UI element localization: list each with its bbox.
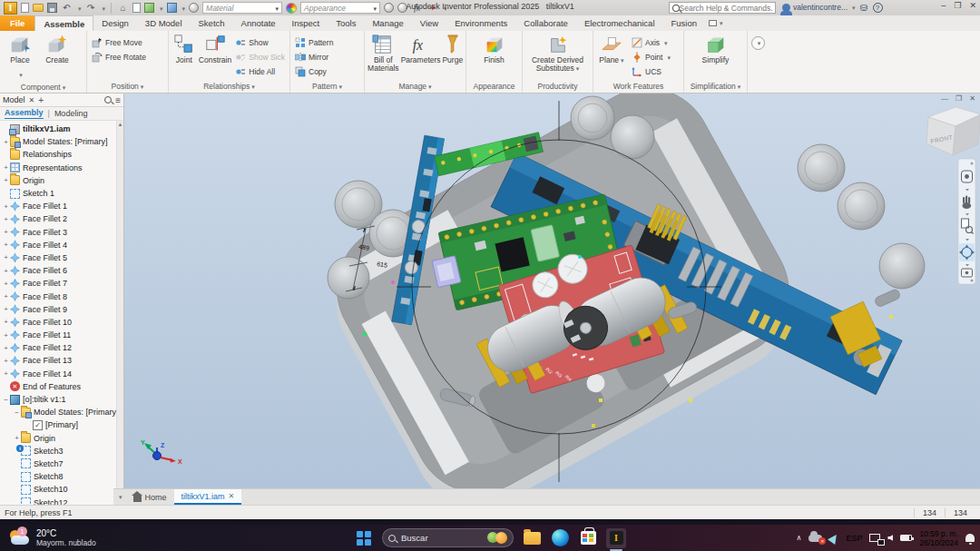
tree-item[interactable]: + Face Fillet 4	[0, 239, 123, 251]
account-area[interactable]: valentincontre... ⛁ ?	[782, 2, 883, 13]
joint-button[interactable]: Joint	[171, 33, 198, 64]
minimize-button[interactable]: –	[941, 1, 946, 10]
document-tab-active[interactable]: tiltikxV1.iam ✕	[174, 489, 242, 505]
close-button[interactable]: ✕	[969, 1, 976, 10]
tree-expander[interactable]: +	[2, 357, 10, 365]
tree-scrollbar[interactable]: ▲▼	[116, 121, 123, 505]
ribbon-tab[interactable]: Manage	[364, 15, 411, 31]
navbar-options-dot[interactable]	[971, 280, 974, 282]
navbar-customize-dot[interactable]	[971, 162, 974, 165]
tree-item[interactable]: + Face Fillet 2	[0, 212, 123, 225]
language-indicator[interactable]: ESP	[846, 534, 862, 543]
tree-expander[interactable]: +	[2, 292, 10, 300]
tree-expander[interactable]: +	[2, 331, 10, 339]
redo-dropdown[interactable]	[101, 4, 106, 13]
ribbon-tab[interactable]: Design	[93, 15, 137, 31]
appearance-cube-icon[interactable]	[167, 3, 177, 13]
tree-expander[interactable]: +	[2, 163, 10, 172]
ribbon-tab[interactable]: Tools	[328, 15, 364, 31]
tree-item[interactable]: + Model States: [Primary]	[0, 135, 123, 148]
location-icon[interactable]	[828, 532, 840, 545]
tree-item[interactable]: + Face Fillet 13	[0, 354, 123, 367]
tree-item[interactable]: + Representations	[0, 162, 123, 174]
tree-item[interactable]: + Origin	[0, 432, 123, 445]
home-view-icon[interactable]: ⌂	[117, 3, 129, 14]
tree-expander[interactable]: +	[2, 305, 10, 313]
group-label-manage[interactable]: Manage	[365, 80, 466, 93]
show-sick-button[interactable]: Show Sick	[232, 50, 288, 64]
axis-button[interactable]: Axis	[629, 35, 673, 49]
viewport-3d-scene[interactable]: IN1 IN2 IN3 IN4	[124, 93, 980, 488]
navigation-bar[interactable]	[958, 159, 975, 284]
weather-widget[interactable]: 1 20°C Mayorm. nublado	[0, 528, 181, 547]
undo-icon[interactable]: ↶	[61, 3, 73, 14]
tree-expander[interactable]: +	[13, 434, 21, 442]
browser-mode-assembly[interactable]: Assembly	[5, 108, 44, 119]
tree-expander[interactable]: +	[2, 369, 10, 378]
ucs-button[interactable]: UCS	[629, 64, 673, 78]
network-icon[interactable]	[869, 534, 880, 542]
free-move-button[interactable]: Free Move	[89, 35, 149, 49]
ribbon-tab[interactable]: Sketch	[191, 15, 233, 31]
tree-item[interactable]: + Face Fillet 7	[0, 277, 123, 290]
ribbon-tab[interactable]: Assemble	[34, 15, 93, 31]
edge-browser-icon[interactable]	[550, 528, 570, 548]
create-button[interactable]: Create	[39, 33, 75, 64]
clear-appearance-icon[interactable]	[384, 3, 394, 13]
tree-expander[interactable]: −	[2, 396, 10, 404]
ribbon-tab[interactable]: Annotate	[233, 15, 284, 31]
tree-item[interactable]: Sketch8	[0, 470, 123, 483]
help-search-input[interactable]	[680, 4, 772, 13]
group-label-simplification[interactable]: Simplification	[684, 80, 747, 93]
doc-minimize-button[interactable]: —	[941, 94, 948, 103]
tree-expander[interactable]: +	[2, 228, 10, 236]
free-rotate-button[interactable]: Free Rotate	[89, 50, 149, 64]
save-icon[interactable]	[47, 3, 57, 13]
point-button[interactable]: Point	[629, 50, 673, 64]
battery-icon[interactable]	[900, 535, 912, 541]
tree-expander[interactable]: +	[2, 215, 10, 223]
purge-button[interactable]: Purge	[442, 33, 464, 64]
browser-add-tab-button[interactable]: +	[38, 95, 44, 105]
tree-item[interactable]: Sketch10	[0, 483, 123, 496]
tree-item[interactable]: Sketch3	[0, 445, 123, 458]
tree-item[interactable]: + Face Fillet 9	[0, 303, 123, 316]
ribbon-tab[interactable]: Fusion	[663, 15, 706, 31]
group-label-position[interactable]: Position	[87, 80, 168, 93]
tree-expander[interactable]: +	[2, 344, 10, 352]
copy-button[interactable]: Copy	[292, 64, 336, 78]
mirror-button[interactable]: Mirror	[292, 50, 336, 64]
tree-item[interactable]: End of Features	[0, 380, 123, 393]
ribbon-tab[interactable]: Collaborate	[515, 15, 576, 31]
redo-icon[interactable]: ↷	[85, 3, 97, 14]
ribbon-tab[interactable]: Inspect	[284, 15, 328, 31]
tree-item[interactable]: + Face Fillet 6	[0, 264, 123, 277]
tree-expander[interactable]: −	[13, 408, 21, 417]
tree-item[interactable]: + Origin	[0, 174, 123, 187]
new-file-icon[interactable]	[21, 3, 29, 13]
pattern-button[interactable]: Pattern	[292, 35, 336, 49]
tree-item[interactable]: + Face Fillet 3	[0, 226, 123, 239]
tree-item[interactable]: Relationships	[0, 148, 123, 161]
doc-restore-button[interactable]: ❐	[956, 94, 962, 103]
look-at-icon[interactable]	[962, 269, 973, 277]
constrain-button[interactable]: Constrain	[199, 33, 232, 64]
model-canvas[interactable]: IN1 IN2 IN3 IN4	[124, 93, 980, 488]
doc-close-button[interactable]: ✕	[969, 94, 975, 103]
taskbar-search[interactable]: Buscar	[382, 528, 514, 547]
bill-of-materials-button[interactable]: Bill of Materials	[367, 33, 400, 73]
notifications-bell-icon[interactable]	[965, 534, 975, 542]
file-explorer-icon[interactable]	[522, 528, 542, 548]
inventor-logo-icon[interactable]: I	[4, 2, 17, 15]
inventor-taskbar-icon[interactable]: I	[606, 528, 626, 548]
tree-item[interactable]: Sketch 1	[0, 187, 123, 200]
group-label-pattern[interactable]: Pattern	[290, 80, 364, 93]
tree-expander[interactable]: +	[2, 280, 10, 288]
tree-item[interactable]: + Face Fillet 14	[0, 368, 123, 380]
simplify-button[interactable]: Simplify	[698, 33, 734, 64]
undo-dropdown[interactable]	[76, 4, 82, 13]
restore-button[interactable]: ❐	[954, 1, 961, 10]
plane-button[interactable]: Plane	[595, 33, 628, 64]
pan-icon[interactable]	[963, 196, 972, 210]
tree-item[interactable]: tiltikxV1.iam	[0, 123, 123, 135]
